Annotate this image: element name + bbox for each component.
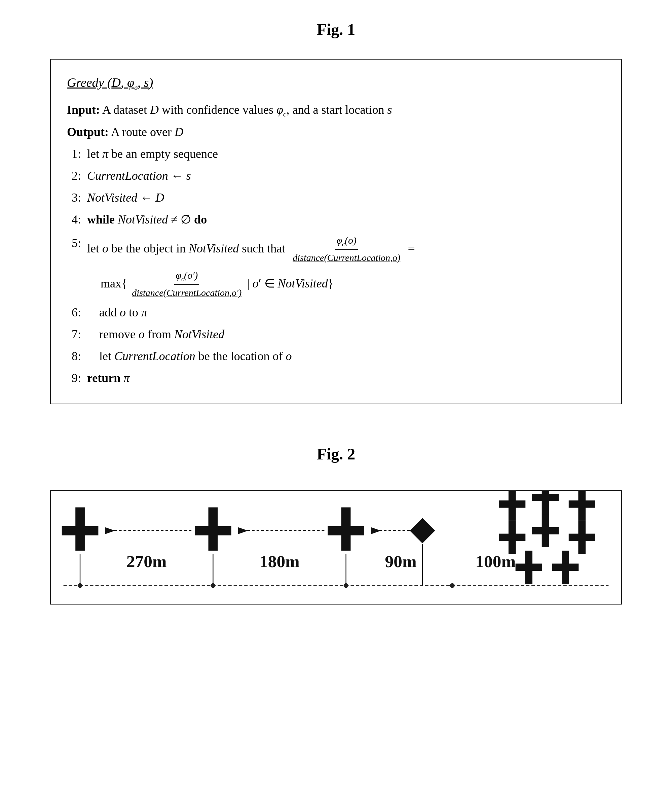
algo-line-9: 9: return π (67, 368, 605, 388)
diagram-svg: 270m 180m 90m 100m (51, 491, 621, 604)
svg-rect-6 (62, 526, 99, 535)
algo-line-7: 7: remove o from NotVisited (67, 324, 605, 345)
algo-line-8: 8: let CurrentLocation be the location o… (67, 346, 605, 367)
svg-marker-11 (410, 518, 435, 543)
dist-100m: 100m (475, 552, 515, 571)
svg-rect-15 (532, 494, 558, 501)
dist-270m: 270m (126, 552, 167, 571)
svg-rect-19 (499, 534, 525, 541)
algo-line-1: 1: let π be an empty sequence (67, 144, 605, 164)
algo-line-3: 3: NotVisited ← D (67, 188, 605, 208)
algo-line-2: 2: CurrentLocation ← s (67, 165, 605, 186)
cross-1 (62, 507, 99, 550)
algo-signature: Greedy (D, φc, s) (67, 72, 605, 93)
diagram-box: 270m 180m 90m 100m (50, 490, 622, 605)
fig1-title: Fig. 1 (40, 20, 632, 39)
cross-3 (328, 507, 364, 550)
svg-rect-27 (552, 563, 579, 571)
fig2-title: Fig. 2 (40, 444, 632, 463)
svg-rect-8 (195, 526, 231, 535)
svg-point-4 (450, 583, 455, 588)
svg-rect-25 (515, 563, 542, 571)
dist-90m: 90m (385, 552, 417, 571)
svg-rect-13 (499, 500, 525, 508)
diamond (410, 518, 435, 543)
algo-output: Output: A route over D (67, 122, 605, 143)
svg-rect-21 (532, 527, 558, 534)
algorithm-box: Greedy (D, φc, s) Input: A dataset D wit… (50, 59, 622, 404)
algo-line-4: 4: while NotVisited ≠ ∅ do (67, 209, 605, 230)
svg-rect-23 (569, 534, 595, 541)
algo-line-6: 6: add o to π (67, 302, 605, 323)
svg-rect-10 (328, 526, 364, 535)
svg-rect-17 (569, 500, 595, 508)
cross-2 (195, 507, 231, 550)
dist-180m: 180m (259, 552, 300, 571)
algo-input: Input: A dataset D with confidence value… (67, 99, 605, 120)
algo-line-5: 5: let o be the object in NotVisited suc… (67, 231, 605, 301)
